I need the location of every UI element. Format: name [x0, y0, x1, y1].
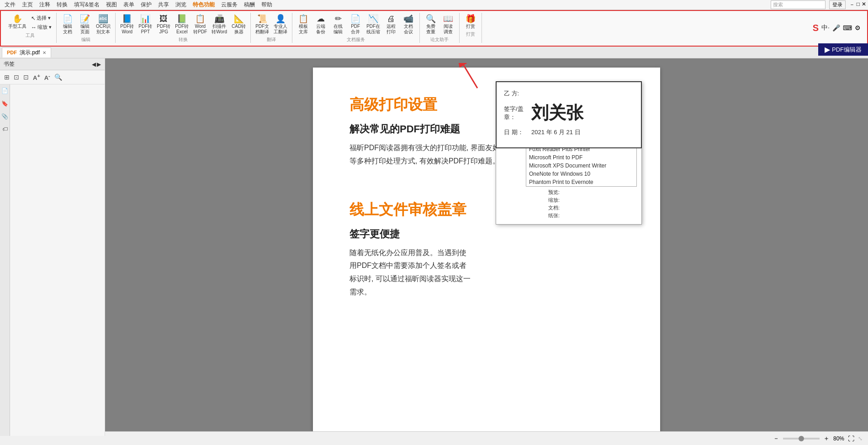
- menu-fill-sign[interactable]: 填写&签名: [71, 0, 102, 10]
- pdf-to-ppt-btn[interactable]: 📊 PDF转PPT: [137, 14, 154, 36]
- pdf-to-excel-btn[interactable]: 📗 PDF转Excel: [173, 14, 191, 36]
- menu-home[interactable]: 主页: [19, 0, 36, 10]
- menu-cloud[interactable]: 云服务: [218, 0, 240, 10]
- input-method-bar: S 中· 🎤 ⌨ ⚙: [809, 13, 864, 43]
- menu-help[interactable]: 帮助: [259, 0, 275, 10]
- menu-reward[interactable]: 稿酬: [241, 0, 258, 10]
- sidebar: 书签 ◀ ▶ ⊞ ⊡ ⊡ A+ A- 🔍 📄 🔖 📎 🏷: [0, 58, 105, 436]
- word-to-pdf-btn[interactable]: 📋 Word转PDF: [191, 14, 209, 36]
- close-btn[interactable]: ✕: [862, 1, 866, 9]
- template-btn[interactable]: 📋 模板文库: [295, 14, 312, 36]
- print-doc-label: 文档:: [548, 204, 560, 211]
- tab-filename: 演示.pdf: [20, 49, 40, 57]
- ribbon-sections: ✋ 手型工具 ↖ 选择 ▾ ↔ 缩放 ▾ 工具: [4, 13, 864, 43]
- menu-special[interactable]: 特色功能: [190, 0, 217, 10]
- scan-to-pdf-btn[interactable]: 📠 扫描件转Word: [210, 14, 229, 36]
- pdf-compress-btn[interactable]: 📉 PDF在线压缩: [365, 14, 382, 36]
- zoom-plus-btn[interactable]: ＋: [823, 435, 830, 436]
- doc-meeting-btn[interactable]: 📹 文档会议: [400, 14, 417, 36]
- settings-icon: ⚙: [855, 24, 861, 31]
- sidebar-left-icons: 📄 🔖 📎 🏷: [0, 84, 10, 436]
- zoom-slider-thumb[interactable]: [799, 436, 804, 436]
- printer-list-item[interactable]: Microsoft Print to PDF: [526, 153, 636, 162]
- ribbon: ✋ 手型工具 ↖ 选择 ▾ ↔ 缩放 ▾ 工具: [0, 10, 868, 47]
- sidebar-page-icon[interactable]: 📄: [0, 86, 10, 95]
- fullscreen-btn[interactable]: ⛶: [848, 435, 854, 436]
- sidebar-bookmark-icon[interactable]: 🔖: [0, 99, 10, 108]
- menu-annotate[interactable]: 注释: [37, 0, 53, 10]
- tab-pdf-icon: PDF: [7, 50, 17, 55]
- hand-tool-btn[interactable]: ✋ 手型工具: [6, 14, 28, 30]
- section2-left: 线上文件审核盖章 签字更便捷 随着无纸化办公应用普及。当遇到使用PDF文档中需要…: [349, 200, 473, 313]
- seal-name: 刘关张: [531, 101, 583, 125]
- menu-protect[interactable]: 保护: [138, 0, 154, 10]
- menu-share[interactable]: 共享: [155, 0, 172, 10]
- ribbon-section-reward: 🎁 打赏 打赏: [460, 13, 482, 43]
- sidebar-font-increase-btn[interactable]: A+: [32, 72, 42, 82]
- printer-list-item[interactable]: Phantom Print to Evernote: [526, 178, 636, 186]
- pdf-page: 高级打印设置 解决常见的PDF打印难题 福昕PDF阅读器拥有强大的打印功能, 界…: [313, 68, 660, 433]
- pdf-area[interactable]: 高级打印设置 解决常见的PDF打印难题 福昕PDF阅读器拥有强大的打印功能, 界…: [105, 58, 868, 436]
- search-input-box[interactable]: 搜索: [771, 0, 826, 9]
- printer-list-item[interactable]: OneNote for Windows 10: [526, 170, 636, 178]
- pdf-to-word-btn[interactable]: 📘 PDF转Word: [118, 14, 136, 36]
- ribbon-section-docservices: 📋 模板文库 ☁ 云端备份 ✏ 在线编辑 📄 PDF合并 📉 PDF在: [292, 13, 420, 43]
- sidebar-toolbar: ⊞ ⊡ ⊡ A+ A- 🔍: [0, 70, 105, 84]
- pdf-translate-btn[interactable]: 📜 PDF文档翻译: [254, 14, 271, 36]
- print-row-paper: 纸张:: [545, 212, 637, 220]
- maximize-btn[interactable]: □: [857, 1, 860, 9]
- red-arrow-annotation: [450, 63, 487, 92]
- pdf-editor-label: PDF编辑器: [832, 46, 862, 54]
- menu-view[interactable]: 视图: [103, 0, 120, 10]
- seal-row-sign: 签字/盖章： 刘关张: [504, 101, 634, 125]
- menu-convert[interactable]: 转换: [54, 0, 70, 10]
- ribbon-section-translate: 📜 PDF文档翻译 👤 专业人工翻译 翻译: [251, 13, 292, 43]
- seal-date-label: 日 期：: [504, 128, 531, 136]
- sidebar-search-btn[interactable]: 🔍: [53, 73, 64, 82]
- edit-page-btn[interactable]: 📝 编辑页面: [77, 14, 93, 36]
- tab-close-btn[interactable]: ✕: [42, 50, 46, 55]
- remote-print-btn[interactable]: 🖨 远程打印: [383, 14, 399, 36]
- select-btn[interactable]: ↖ 选择 ▾: [29, 14, 53, 22]
- menu-browse[interactable]: 浏览: [173, 0, 189, 10]
- cloud-backup-btn[interactable]: ☁ 云端备份: [312, 14, 329, 36]
- minimize-btn[interactable]: －: [849, 1, 855, 9]
- ribbon-section-convert: 📘 PDF转Word 📊 PDF转PPT 🖼 PDF转JPG 📗 PDF转Exc…: [116, 13, 251, 43]
- sidebar-add-btn[interactable]: ⊞: [3, 73, 11, 82]
- sidebar-tag-icon[interactable]: 🏷: [1, 125, 9, 134]
- doc-tab-demo[interactable]: PDF 演示.pdf ✕: [2, 47, 51, 58]
- seal-party-label: 乙 方:: [504, 89, 531, 98]
- pdf-merge-btn[interactable]: 📄 PDF合并: [347, 14, 364, 36]
- menu-file[interactable]: 文件: [2, 0, 18, 10]
- login-btn[interactable]: 登录: [829, 0, 846, 9]
- sidebar-view-btn1[interactable]: ⊡: [12, 73, 21, 82]
- seal-row-date: 日 期： 2021 年 6 月 21 日: [504, 128, 634, 136]
- ocr-btn[interactable]: 🔤 OCR识别文本: [94, 14, 112, 36]
- red-arrow-svg: [450, 63, 487, 90]
- keyboard-icon: ⌨: [843, 24, 852, 31]
- reward-btn[interactable]: 🎁 打赏: [462, 14, 479, 30]
- zoom-btn[interactable]: ↔ 缩放 ▾: [29, 23, 53, 31]
- pdf-to-jpg-btn[interactable]: 🖼 PDF转JPG: [155, 14, 172, 36]
- pdf-editor-badge[interactable]: ▶ PDF编辑器: [818, 43, 868, 56]
- sidebar-attach-icon[interactable]: 📎: [0, 112, 10, 121]
- sidebar-nav-next[interactable]: ▶: [97, 61, 101, 68]
- ribbon-section-tools: ✋ 手型工具 ↖ 选择 ▾ ↔ 缩放 ▾ 工具: [4, 13, 57, 43]
- sidebar-nav-prev[interactable]: ◀: [92, 61, 96, 68]
- human-translate-btn[interactable]: 👤 专业人工翻译: [272, 14, 289, 36]
- bottom-status-bar: － ＋ 80% ⛶ ⤡: [105, 431, 868, 436]
- sidebar-view-btn2[interactable]: ⊡: [22, 73, 30, 82]
- zoom-minus-btn[interactable]: －: [773, 435, 779, 436]
- zoom-level-label: 80%: [833, 435, 844, 436]
- section2-title: 线上文件审核盖章: [349, 200, 473, 220]
- edit-doc-btn[interactable]: 📄 编辑文档: [59, 14, 76, 36]
- menu-form[interactable]: 表单: [121, 0, 137, 10]
- sidebar-font-decrease-btn[interactable]: A-: [43, 72, 52, 82]
- plagiarism-check-btn[interactable]: 🔍 免费查重: [423, 14, 439, 36]
- sidebar-bookmark-list: [10, 84, 105, 436]
- reading-survey-btn[interactable]: 📖 阅读调查: [440, 14, 456, 36]
- print-row-doc: 文档:: [545, 204, 637, 212]
- online-edit-btn[interactable]: ✏ 在线编辑: [330, 14, 346, 36]
- cad-converter-btn[interactable]: 📐 CAD转换器: [230, 14, 248, 36]
- printer-list-item[interactable]: Microsoft XPS Document Writer: [526, 162, 636, 170]
